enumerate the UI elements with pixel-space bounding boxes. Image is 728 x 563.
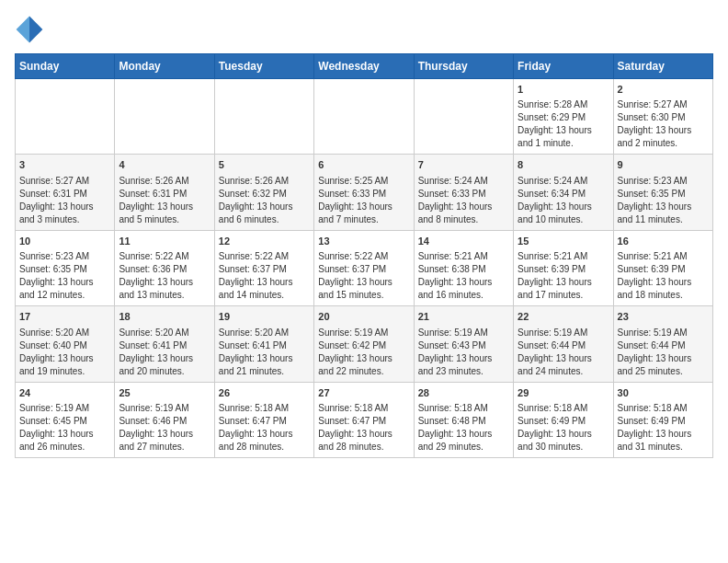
day-detail: Sunset: 6:34 PM (518, 188, 609, 201)
calendar-cell: 29Sunrise: 5:18 AMSunset: 6:49 PMDayligh… (514, 382, 613, 457)
calendar-cell (414, 79, 513, 155)
calendar-cell: 14Sunrise: 5:21 AMSunset: 6:38 PMDayligh… (414, 230, 513, 305)
day-detail: Sunset: 6:39 PM (618, 263, 709, 276)
day-detail: Daylight: 13 hours (219, 352, 310, 365)
day-detail: Sunrise: 5:22 AM (318, 250, 409, 263)
day-detail: Sunset: 6:41 PM (119, 339, 210, 352)
calendar-cell: 24Sunrise: 5:19 AMSunset: 6:45 PMDayligh… (16, 382, 115, 457)
day-detail: Daylight: 13 hours (518, 276, 609, 289)
day-detail: Daylight: 13 hours (518, 201, 609, 213)
calendar-cell: 4Sunrise: 5:26 AMSunset: 6:31 PMDaylight… (115, 155, 214, 230)
day-detail: Daylight: 13 hours (418, 428, 509, 441)
day-detail: Sunrise: 5:20 AM (219, 327, 310, 339)
day-detail: and 21 minutes. (219, 365, 310, 378)
calendar-cell: 3Sunrise: 5:27 AMSunset: 6:31 PMDaylight… (16, 155, 115, 230)
day-detail: Daylight: 13 hours (219, 428, 310, 441)
day-detail: Sunrise: 5:22 AM (119, 250, 210, 263)
calendar-cell: 22Sunrise: 5:19 AMSunset: 6:44 PMDayligh… (514, 306, 613, 382)
day-detail: Daylight: 13 hours (119, 428, 210, 441)
day-number: 27 (318, 386, 409, 400)
day-detail: Sunrise: 5:24 AM (418, 175, 509, 188)
day-detail: and 31 minutes. (618, 441, 709, 454)
calendar-cell: 8Sunrise: 5:24 AMSunset: 6:34 PMDaylight… (514, 155, 613, 230)
day-detail: and 2 minutes. (618, 137, 709, 150)
day-detail: Sunrise: 5:22 AM (219, 250, 310, 263)
day-number: 15 (518, 235, 609, 248)
day-detail: Sunset: 6:33 PM (318, 188, 409, 201)
day-detail: and 1 minute. (518, 137, 609, 150)
day-detail: Sunrise: 5:18 AM (219, 402, 310, 415)
day-number: 21 (418, 310, 509, 324)
day-detail: and 23 minutes. (418, 365, 509, 378)
day-detail: and 22 minutes. (318, 365, 409, 378)
day-detail: Sunrise: 5:27 AM (618, 98, 709, 111)
calendar-cell: 19Sunrise: 5:20 AMSunset: 6:41 PMDayligh… (214, 306, 313, 382)
calendar-cell: 10Sunrise: 5:23 AMSunset: 6:35 PMDayligh… (16, 230, 115, 305)
day-detail: Sunset: 6:33 PM (418, 188, 509, 201)
day-detail: Daylight: 13 hours (19, 352, 110, 365)
day-detail: Sunset: 6:40 PM (19, 339, 110, 352)
day-detail: Sunset: 6:37 PM (318, 263, 409, 276)
day-detail: and 12 minutes. (19, 289, 110, 302)
day-detail: Sunset: 6:44 PM (518, 339, 609, 352)
day-number: 12 (219, 235, 310, 248)
day-detail: and 8 minutes. (418, 213, 509, 226)
day-detail: Sunrise: 5:19 AM (618, 327, 709, 339)
day-number: 11 (119, 235, 210, 248)
day-detail: Sunrise: 5:26 AM (219, 175, 310, 188)
day-detail: and 29 minutes. (418, 441, 509, 454)
day-detail: and 10 minutes. (518, 213, 609, 226)
calendar-cell: 23Sunrise: 5:19 AMSunset: 6:44 PMDayligh… (613, 306, 712, 382)
column-header-wednesday: Wednesday (314, 54, 414, 79)
day-detail: Daylight: 13 hours (518, 124, 609, 137)
day-detail: and 24 minutes. (518, 365, 609, 378)
day-number: 7 (418, 158, 509, 172)
day-detail: and 5 minutes. (119, 213, 210, 226)
day-detail: Sunrise: 5:28 AM (518, 98, 609, 111)
day-number: 28 (418, 386, 509, 400)
calendar-cell: 27Sunrise: 5:18 AMSunset: 6:47 PMDayligh… (314, 382, 414, 457)
calendar-cell: 13Sunrise: 5:22 AMSunset: 6:37 PMDayligh… (314, 230, 414, 305)
day-detail: Sunset: 6:39 PM (518, 263, 609, 276)
day-detail: Sunrise: 5:24 AM (518, 175, 609, 188)
day-detail: Sunset: 6:47 PM (219, 415, 310, 428)
day-number: 5 (219, 158, 310, 172)
day-detail: and 19 minutes. (19, 365, 110, 378)
column-header-saturday: Saturday (613, 54, 712, 79)
day-detail: Sunset: 6:32 PM (219, 188, 310, 201)
svg-marker-1 (17, 17, 29, 29)
day-number: 4 (119, 158, 210, 172)
calendar-cell: 9Sunrise: 5:23 AMSunset: 6:35 PMDaylight… (613, 155, 712, 230)
calendar-cell: 1Sunrise: 5:28 AMSunset: 6:29 PMDaylight… (514, 79, 613, 155)
day-detail: Sunrise: 5:20 AM (119, 327, 210, 339)
day-number: 16 (618, 235, 709, 248)
day-detail: Daylight: 13 hours (618, 352, 709, 365)
calendar-cell: 18Sunrise: 5:20 AMSunset: 6:41 PMDayligh… (115, 306, 214, 382)
calendar-table: SundayMondayTuesdayWednesdayThursdayFrid… (15, 53, 713, 458)
day-detail: and 3 minutes. (19, 213, 110, 226)
column-header-sunday: Sunday (16, 54, 115, 79)
calendar-cell: 26Sunrise: 5:18 AMSunset: 6:47 PMDayligh… (214, 382, 313, 457)
day-detail: Sunrise: 5:19 AM (19, 402, 110, 415)
day-detail: and 6 minutes. (219, 213, 310, 226)
week-row-3: 10Sunrise: 5:23 AMSunset: 6:35 PMDayligh… (16, 230, 713, 305)
day-detail: Sunset: 6:38 PM (418, 263, 509, 276)
day-detail: and 28 minutes. (318, 441, 409, 454)
day-number: 24 (19, 386, 110, 400)
day-detail: Daylight: 13 hours (119, 276, 210, 289)
day-detail: Daylight: 13 hours (618, 124, 709, 137)
day-detail: Sunrise: 5:19 AM (518, 327, 609, 339)
day-detail: Daylight: 13 hours (418, 352, 509, 365)
column-header-thursday: Thursday (414, 54, 513, 79)
week-row-1: 1Sunrise: 5:28 AMSunset: 6:29 PMDaylight… (16, 79, 713, 155)
column-header-tuesday: Tuesday (214, 54, 313, 79)
day-detail: Sunrise: 5:18 AM (518, 402, 609, 415)
day-detail: Daylight: 13 hours (518, 352, 609, 365)
calendar-cell: 7Sunrise: 5:24 AMSunset: 6:33 PMDaylight… (414, 155, 513, 230)
day-detail: Daylight: 13 hours (119, 352, 210, 365)
logo-icon (15, 15, 44, 44)
day-detail: and 15 minutes. (318, 289, 409, 302)
day-detail: Sunrise: 5:18 AM (318, 402, 409, 415)
column-header-friday: Friday (514, 54, 613, 79)
calendar-cell: 25Sunrise: 5:19 AMSunset: 6:46 PMDayligh… (115, 382, 214, 457)
